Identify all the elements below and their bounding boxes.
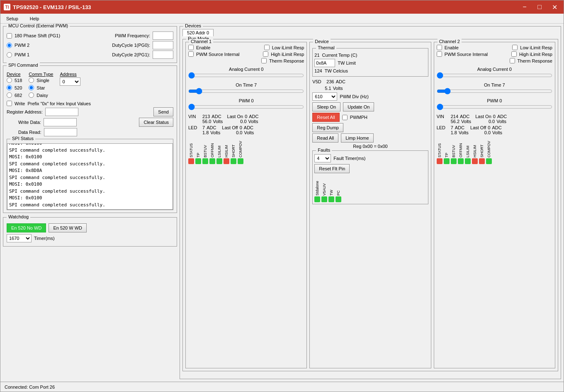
ch1-on-time-slider[interactable] xyxy=(188,88,304,94)
device-518-radio[interactable] xyxy=(7,77,12,83)
fault-label-compov: COMPOV xyxy=(238,137,243,157)
spi-command-panel: SPI Command Device 518 520 682 Comm Type… xyxy=(3,65,177,213)
maximize-button[interactable]: □ xyxy=(534,2,545,12)
channel1-label: Channel 1 xyxy=(189,39,213,44)
menu-setup[interactable]: Setup xyxy=(4,15,21,22)
reg-dump-button[interactable]: Reg Dump xyxy=(312,123,343,132)
pwm-div-select[interactable]: 610 xyxy=(312,92,337,101)
ch2-vin-volts: 56.2 xyxy=(451,119,459,124)
titlebar-left: TI TPS92520 - EVM133 / PSIL-133 xyxy=(4,4,91,10)
ch2-low-ilimit-label: Low iLimit Resp xyxy=(520,45,552,50)
ch1-enable-checkbox[interactable] xyxy=(188,45,194,50)
register-address-label: Register Address: xyxy=(7,109,43,114)
menubar: Setup Help xyxy=(0,14,564,24)
ch1-low-ilimit-checkbox[interactable] xyxy=(264,45,270,50)
minimize-button[interactable]: − xyxy=(519,2,530,12)
reset-flt-pin-button[interactable]: Reset Flt Pin xyxy=(314,164,350,173)
fault-led-bstuv xyxy=(202,158,208,164)
ch2-enable-checkbox[interactable] xyxy=(437,45,442,50)
comm-daisy-label: Daisy xyxy=(36,93,48,98)
ch1-led-volts: 1.8 xyxy=(202,130,209,135)
sleep-on-button[interactable]: Sleep On xyxy=(312,102,340,111)
ch2-vin-label: VIN xyxy=(437,114,449,119)
write-data-input[interactable] xyxy=(44,118,77,126)
devices-panel: Devices 520 Addr 0 Run Mode Channel 1 En… xyxy=(180,26,561,379)
device-520-radio[interactable] xyxy=(7,85,12,90)
menu-help[interactable]: Help xyxy=(27,15,42,22)
titlebar-buttons: − □ ✕ xyxy=(519,2,560,12)
ch2-high-ilimit-checkbox[interactable] xyxy=(511,51,517,57)
clear-status-button[interactable]: Clear Status xyxy=(139,118,173,127)
address-select[interactable]: 0123 xyxy=(60,77,80,86)
spi-status-box[interactable]: MOSI: 0x9B00SPI command completed succes… xyxy=(7,143,173,210)
duty-cycle1-input[interactable]: 100 xyxy=(153,41,173,49)
ch2-led-volts: 1.8 xyxy=(451,130,457,135)
comm-single-radio[interactable] xyxy=(29,77,34,83)
ch2-last-on-val: 0 xyxy=(493,114,496,119)
fault-led-status xyxy=(188,158,194,164)
ch1-therm-checkbox[interactable] xyxy=(261,58,267,63)
comm-daisy-radio[interactable] xyxy=(29,92,34,98)
ch2-therm-checkbox[interactable] xyxy=(510,58,515,63)
ch1-pwm-source-checkbox[interactable] xyxy=(188,51,194,57)
ch1-high-ilimit-checkbox[interactable] xyxy=(263,51,268,57)
fault-label-pc: PC xyxy=(336,175,340,196)
tw-limit-label: TW Limit xyxy=(338,60,355,65)
comm-star-radio[interactable] xyxy=(29,85,34,90)
fault-item-tp: TP xyxy=(195,137,201,164)
v5d-label: V5D xyxy=(312,79,325,84)
ch2-led-adc: 7 xyxy=(451,125,453,130)
tab-520-addr-0[interactable]: 520 Addr 0 xyxy=(182,29,214,36)
fault-led-compov xyxy=(238,158,243,164)
phase-shift-checkbox[interactable] xyxy=(7,33,12,39)
ch2-analog-current-slider[interactable] xyxy=(437,73,552,78)
fault-label-hsilim: HSILIM xyxy=(473,137,477,157)
ch2-on-time-container: On Time 7 xyxy=(437,82,552,95)
ch2-last-on-label: Last On xyxy=(475,114,491,119)
fault-led-hsilim xyxy=(472,158,478,164)
limp-home-button[interactable]: Limp Home xyxy=(341,133,373,143)
ch1-on-time-container: On Time 7 xyxy=(188,82,304,95)
timer-select[interactable]: 1670 xyxy=(7,234,32,242)
ch2-vin-adc: 214 xyxy=(451,114,458,119)
pwm1-radio[interactable] xyxy=(7,52,12,58)
update-on-button[interactable]: Update On xyxy=(343,102,374,111)
ch1-high-ilimit-label: High iLimit Resp xyxy=(271,52,304,57)
fault-timer-select[interactable]: 4 xyxy=(314,154,331,162)
phase-shift-label: 180 Phase Shift (PG1) xyxy=(15,33,60,38)
data-read-input[interactable] xyxy=(44,128,77,136)
register-address-input[interactable] xyxy=(45,108,78,116)
write-label: Write xyxy=(15,101,25,106)
devices-label: Devices xyxy=(183,24,203,28)
device-682-label: 682 xyxy=(15,93,22,98)
ch1-pwm-label: PWM 0 xyxy=(188,98,304,103)
en520-no-wd-button[interactable]: En 520 No WD xyxy=(7,223,46,232)
ch2-last-on-volts-unit: Volts xyxy=(496,119,506,124)
ch2-pwm-source-checkbox[interactable] xyxy=(437,51,442,57)
pwm-freq-input[interactable]: 1000 xyxy=(153,31,173,40)
tw-limit-input[interactable] xyxy=(314,59,335,67)
pwmph-label: PWMPH xyxy=(350,115,367,120)
device-682-radio[interactable] xyxy=(7,92,12,98)
ch1-pwm-slider[interactable] xyxy=(188,104,304,110)
fault-item-bstuv: BSTUV xyxy=(451,137,457,164)
fault-led-lsilim xyxy=(465,158,471,164)
spi-command-label: SPI Command xyxy=(7,63,40,68)
current-temp-label: Current Temp (C) xyxy=(322,53,357,58)
ch2-on-time-slider[interactable] xyxy=(437,88,552,94)
ch2-led-volts-unit: Volts xyxy=(459,130,469,135)
ch2-pwm-slider[interactable] xyxy=(437,104,552,110)
ch1-enable-label: Enable xyxy=(196,45,210,50)
write-checkbox[interactable] xyxy=(7,101,12,106)
en520-w-wd-button[interactable]: En 520 W WD xyxy=(49,223,87,232)
ch2-low-ilimit-checkbox[interactable] xyxy=(512,45,518,50)
read-all-button[interactable]: Read All xyxy=(312,133,338,143)
close-button[interactable]: ✕ xyxy=(549,2,560,12)
address-group: Address 0123 xyxy=(60,72,80,86)
pwmph-checkbox[interactable] xyxy=(342,115,348,120)
send-button[interactable]: Send xyxy=(153,107,173,116)
duty-cycle2-input[interactable]: 100 xyxy=(153,51,173,59)
reset-all-button[interactable]: Reset All xyxy=(312,113,339,122)
ch1-analog-current-slider[interactable] xyxy=(188,73,304,78)
pwm2-radio[interactable] xyxy=(7,43,12,48)
